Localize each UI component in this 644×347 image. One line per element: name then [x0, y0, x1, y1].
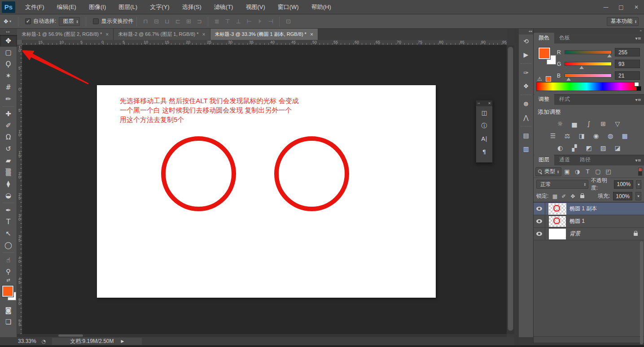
character-styles-panel-icon[interactable]: ▤	[520, 130, 532, 141]
horizontal-scrollbar-thumb[interactable]	[58, 334, 83, 337]
color-panel-menu-icon[interactable]: ▾≡	[635, 36, 641, 41]
layers-panel-menu-icon[interactable]: ▾≡	[635, 158, 641, 163]
horizontal-scrollbar[interactable]	[17, 334, 507, 337]
selective-color-icon[interactable]: ◪	[613, 143, 623, 152]
menu-item-select[interactable]: 选择(S)	[175, 0, 207, 14]
opacity-dropdown-button[interactable]: ▼	[636, 180, 641, 189]
channel-slider-r[interactable]	[565, 50, 612, 54]
layers-tab-路径[interactable]: 路径	[575, 155, 596, 165]
levels-icon[interactable]: ▅	[570, 119, 580, 128]
layer-visibility-toggle[interactable]	[534, 215, 545, 228]
maximize-button[interactable]: □	[613, 2, 629, 12]
tab-close-icon[interactable]: ×	[202, 31, 206, 38]
tools-panel-grip[interactable]: ▸▸	[0, 29, 17, 35]
filter-shape-layers-icon[interactable]: ▢	[593, 167, 603, 176]
slider-thumb[interactable]	[579, 66, 584, 69]
spectrum-black-swatch[interactable]	[636, 86, 641, 91]
tool-preset-picker[interactable]: ✥ ▾	[0, 18, 15, 25]
channel-slider-g[interactable]	[565, 62, 612, 66]
brush-tool[interactable]: ✐	[0, 120, 17, 131]
screen-mode-button[interactable]: ❏	[0, 316, 17, 328]
gamut-warning-swatch[interactable]	[546, 76, 551, 82]
color-lookup-icon[interactable]: ▦	[620, 131, 630, 140]
invert-icon[interactable]: ◐	[555, 143, 565, 152]
actions-panel-icon[interactable]: ▶	[520, 49, 532, 61]
eyedropper-tool[interactable]: ✏	[0, 93, 17, 105]
hue-saturation-icon[interactable]: ☰	[548, 131, 558, 140]
brush-presets-panel-icon[interactable]: ❖	[520, 80, 532, 92]
lock-position-icon[interactable]: ✥	[570, 193, 576, 200]
dock-collapse-button[interactable]: ◂◂	[519, 29, 534, 35]
layer-row-2[interactable]: 椭圆 1	[534, 215, 644, 228]
canvas-viewport[interactable]: 1 05051 01 52 02 53 03 54 04 55 05 5 先选择…	[17, 45, 507, 334]
filter-adjustment-layers-icon[interactable]: ◑	[573, 167, 582, 176]
menu-item-window[interactable]: 窗口(W)	[272, 0, 305, 14]
brush-panel-icon[interactable]: ✑	[520, 67, 532, 78]
paragraph-styles-panel-icon[interactable]: ▥	[520, 143, 532, 155]
channel-value-field[interactable]: 255	[615, 48, 640, 56]
gamut-warning-icon[interactable]: ⚠	[537, 76, 542, 82]
layer-thumbnail[interactable]	[549, 204, 566, 214]
ruler-origin-corner[interactable]	[17, 40, 22, 45]
auto-align-layers-icon[interactable]: ⊡	[283, 17, 294, 26]
document-tab-3[interactable]: 未标题-3 @ 33.3% (椭圆 1 副本, RGB/8) *×	[210, 29, 318, 40]
menu-item-type[interactable]: 文字(Y)	[144, 0, 175, 14]
auto-select-target-dropdown[interactable]: 图层 ▴ ▾	[59, 17, 80, 26]
distribute-horizontal-centers-icon[interactable]: ⊧	[254, 17, 265, 26]
lock-pixels-icon[interactable]: ✐	[561, 193, 567, 200]
info-panel-icon[interactable]: ⓘ	[476, 119, 492, 132]
gradient-tool[interactable]: ▒	[0, 166, 17, 178]
layer-row-1[interactable]: 椭圆 1 副本	[534, 203, 644, 215]
opacity-field[interactable]: 100%	[614, 180, 633, 189]
expand-panel-icon[interactable]: ››	[478, 101, 480, 105]
clone-source-icon[interactable]: ◫	[476, 106, 492, 119]
zoom-level-field[interactable]: 33.33%	[18, 338, 36, 344]
crop-tool[interactable]: #	[0, 82, 17, 93]
quick-mask-button[interactable]: ◙	[0, 304, 17, 316]
brightness-contrast-icon[interactable]: ☼	[555, 119, 565, 128]
channel-slider-b[interactable]	[565, 74, 612, 78]
ellipse-shape-tool[interactable]: ◯	[0, 239, 17, 251]
path-selection-tool[interactable]: ↖	[0, 228, 17, 239]
channel-value-field[interactable]: 93	[615, 60, 640, 68]
channel-value-field[interactable]: 21	[615, 71, 640, 80]
blur-tool[interactable]: ⧫	[0, 178, 17, 190]
blend-mode-dropdown[interactable]: 正常 ▴ ▾	[536, 180, 588, 189]
menu-item-view[interactable]: 视图(V)	[239, 0, 271, 14]
align-bottom-edges-icon[interactable]: ⊔	[162, 17, 172, 26]
layers-tab-图层[interactable]: 图层	[534, 155, 554, 165]
filter-type-layers-icon[interactable]: T	[583, 167, 592, 176]
menu-item-filter[interactable]: 滤镜(T)	[208, 0, 240, 14]
filter-pixel-layers-icon[interactable]: ▣	[562, 167, 572, 176]
lasso-tool[interactable]: Ϙ	[0, 58, 17, 70]
curves-icon[interactable]: ∫	[584, 119, 594, 128]
posterize-icon[interactable]: ▞	[570, 143, 580, 152]
align-right-edges-icon[interactable]: ⊐	[194, 17, 205, 26]
color-tab-色板[interactable]: 色板	[554, 33, 575, 43]
paragraph-panel-icon[interactable]: ¶	[476, 145, 492, 158]
black-white-icon[interactable]: ◨	[577, 131, 587, 140]
swap-colors-icon[interactable]: ⇄	[0, 278, 17, 283]
distribute-vertical-centers-icon[interactable]: ⊤	[222, 17, 233, 26]
layers-scrollbar-thumb[interactable]	[640, 241, 643, 344]
exposure-icon[interactable]: ⊞	[598, 119, 609, 128]
eraser-tool[interactable]: ▰	[0, 155, 17, 166]
history-brush-tool[interactable]: ↺	[0, 143, 17, 155]
close-button[interactable]: ✕	[629, 2, 644, 12]
slider-thumb[interactable]	[566, 78, 571, 81]
quick-selection-tool[interactable]: ✶	[0, 70, 17, 82]
menu-item-layer[interactable]: 图层(L)	[112, 0, 144, 14]
document-tab-2[interactable]: 未标题-2 @ 66.7% (图层 1, RGB/8) *×	[114, 29, 210, 40]
character-panel-icon[interactable]: A|	[476, 132, 492, 145]
distribute-top-edges-icon[interactable]: ≣	[211, 17, 222, 26]
distribute-right-edges-icon[interactable]: ⊣	[265, 17, 276, 26]
show-transform-checkbox[interactable]	[93, 18, 99, 24]
threshold-icon[interactable]: ◩	[584, 143, 594, 152]
align-top-edges-icon[interactable]: ⊓	[140, 17, 151, 26]
lock-transparency-icon[interactable]: ▦	[552, 193, 558, 200]
document-canvas[interactable]: 先选择移动工具 然后按住ALT 我们会发现鼠标的光标 会变成一个黑一个白 这时候…	[97, 85, 436, 298]
layers-tab-通道[interactable]: 通道	[554, 155, 575, 165]
channel-mixer-icon[interactable]: ◍	[605, 131, 616, 140]
color-tab-颜色[interactable]: 颜色	[534, 33, 554, 43]
close-icon[interactable]: ✕	[488, 101, 491, 105]
